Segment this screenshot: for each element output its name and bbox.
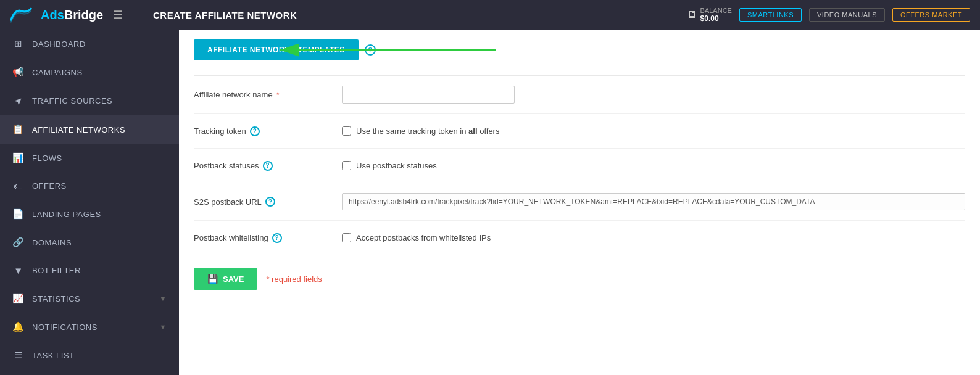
sidebar-item-affiliate-networks[interactable]: 📋 AFFILIATE NETWORKS (0, 115, 179, 144)
postback-whitelist-label: Postback whitelisting ? (194, 233, 342, 243)
sidebar-item-dashboard[interactable]: ⊞ DASHBOARD (0, 30, 179, 58)
postback-statuses-checkbox[interactable] (342, 161, 351, 170)
header-right: 🖥 BALANCE $0.00 SMARTLINKS VIDEO MANUALS… (687, 7, 970, 23)
tracking-token-help-icon[interactable]: ? (250, 126, 260, 136)
sidebar-item-traffic-sources[interactable]: ➤ TRAFFIC SOURCES (0, 86, 179, 115)
s2s-url-input[interactable] (342, 193, 965, 210)
postback-statuses-control: Use postback statuses (342, 161, 965, 170)
sidebar-label-landing-pages: LANDING PAGES (32, 210, 167, 219)
sidebar-item-offers[interactable]: 🏷 OFFERS (0, 172, 179, 200)
postback-statuses-checkbox-label[interactable]: Use postback statuses (342, 161, 437, 170)
save-row: 💾 SAVE * required fields (194, 255, 965, 296)
postback-whitelist-checkbox-label[interactable]: Accept postbacks from whitelisted IPs (342, 233, 491, 242)
page-title: CREATE AFFILIATE NETWORK (153, 10, 679, 20)
bot-filter-icon: ▼ (12, 265, 25, 276)
tracking-token-checkbox[interactable] (342, 126, 351, 136)
task-list-icon: ☰ (12, 350, 25, 361)
logo-text: AdsBridge (41, 8, 103, 22)
balance-value: $0.00 (700, 14, 732, 23)
balance-icon: 🖥 (687, 9, 697, 20)
sidebar-label-offers: OFFERS (32, 181, 167, 191)
smartlinks-button[interactable]: SMARTLINKS (739, 8, 802, 22)
statistics-arrow: ▼ (160, 295, 167, 302)
sidebar-item-notifications[interactable]: 🔔 NOTIFICATIONS ▼ (0, 313, 179, 341)
balance-label: BALANCE (700, 7, 732, 14)
layout: ⊞ DASHBOARD 📢 CAMPAIGNS ➤ TRAFFIC SOURCE… (0, 30, 980, 375)
logo-icon (10, 6, 32, 23)
sidebar-label-task-list: TASK LIST (32, 351, 167, 360)
tracking-token-text: Use the same tracking token in all offer… (356, 126, 499, 136)
hamburger-icon[interactable]: ☰ (113, 8, 123, 22)
form-row-postback-whitelist: Postback whitelisting ? Accept postbacks… (194, 221, 965, 255)
sidebar-label-statistics: STATISTICS (32, 294, 152, 303)
affiliate-networks-templates-button[interactable]: AFFILIATE NETWORKS TEMPLATES (194, 39, 359, 60)
form-row-postback-statuses: Postback statuses ? Use postback statuse… (194, 149, 965, 183)
sidebar-item-domains[interactable]: 🔗 DOMAINS (0, 228, 179, 257)
dashboard-icon: ⊞ (12, 38, 25, 49)
sidebar-label-bot-filter: BOT FILTER (32, 266, 167, 275)
sidebar-item-statistics[interactable]: 📈 STATISTICS ▼ (0, 284, 179, 313)
sidebar-item-bot-filter[interactable]: ▼ BOT FILTER (0, 257, 179, 284)
required-star: * (276, 90, 280, 99)
tracking-token-checkbox-label[interactable]: Use the same tracking token in all offer… (342, 126, 499, 136)
notifications-icon: 🔔 (12, 321, 25, 332)
content-area: AFFILIATE NETWORKS TEMPLATES ? (179, 30, 980, 375)
save-icon: 💾 (207, 274, 218, 284)
sidebar-label-traffic-sources: TRAFFIC SOURCES (32, 96, 167, 105)
sidebar-label-flows: FLOWS (32, 154, 167, 163)
sidebar-label-affiliate-networks: AFFILIATE NETWORKS (32, 125, 167, 134)
sidebar-label-dashboard: DASHBOARD (32, 39, 167, 49)
landing-pages-icon: 📄 (12, 208, 25, 220)
network-name-control (342, 86, 965, 104)
sidebar-item-flows[interactable]: 📊 FLOWS (0, 144, 179, 172)
logo-area: AdsBridge ☰ (10, 6, 146, 23)
s2s-url-help-icon[interactable]: ? (265, 197, 275, 207)
domains-icon: 🔗 (12, 237, 25, 248)
required-note: * required fields (266, 274, 322, 284)
form-row-s2s-url: S2S postback URL ? (194, 183, 965, 221)
postback-statuses-label: Postback statuses ? (194, 161, 342, 171)
tracking-token-control: Use the same tracking token in all offer… (342, 126, 965, 136)
s2s-url-label: S2S postback URL ? (194, 197, 342, 207)
main-content: AFFILIATE NETWORKS TEMPLATES ? (179, 30, 980, 375)
tracking-token-label: Tracking token ? (194, 126, 342, 136)
form-row-tracking-token: Tracking token ? Use the same tracking t… (194, 114, 965, 149)
postback-whitelist-control: Accept postbacks from whitelisted IPs (342, 233, 965, 242)
traffic-sources-icon: ➤ (10, 93, 27, 110)
form-section: Affiliate network name * Tracking token … (194, 75, 965, 255)
affiliate-networks-icon: 📋 (12, 124, 25, 135)
flows-icon: 📊 (12, 152, 25, 163)
statistics-icon: 📈 (12, 293, 25, 304)
template-btn-row: AFFILIATE NETWORKS TEMPLATES ? (194, 39, 965, 60)
top-header: AdsBridge ☰ CREATE AFFILIATE NETWORK 🖥 B… (0, 0, 980, 30)
campaigns-icon: 📢 (12, 67, 25, 78)
sidebar-label-notifications: NOTIFICATIONS (32, 323, 152, 332)
sidebar-item-landing-pages[interactable]: 📄 LANDING PAGES (0, 200, 179, 228)
sidebar-label-domains: DOMAINS (32, 238, 167, 247)
sidebar-label-campaigns: CAMPAIGNS (32, 68, 167, 77)
network-name-input[interactable] (342, 86, 515, 104)
form-row-network-name: Affiliate network name * (194, 76, 965, 114)
save-button[interactable]: 💾 SAVE (194, 268, 257, 290)
balance-area: 🖥 BALANCE $0.00 (687, 7, 732, 23)
offers-market-button[interactable]: OFFERS MARKET (892, 8, 970, 22)
sidebar: ⊞ DASHBOARD 📢 CAMPAIGNS ➤ TRAFFIC SOURCE… (0, 30, 179, 375)
offers-icon: 🏷 (12, 181, 25, 191)
network-name-label: Affiliate network name * (194, 90, 342, 99)
notifications-arrow: ▼ (160, 323, 167, 331)
postback-statuses-help-icon[interactable]: ? (263, 161, 273, 171)
postback-whitelist-checkbox[interactable] (342, 233, 351, 242)
template-help-icon[interactable]: ? (365, 44, 376, 56)
postback-whitelist-help-icon[interactable]: ? (272, 233, 282, 243)
sidebar-item-campaigns[interactable]: 📢 CAMPAIGNS (0, 58, 179, 86)
video-manuals-button[interactable]: VIDEO MANUALS (809, 8, 885, 22)
sidebar-item-task-list[interactable]: ☰ TASK LIST (0, 341, 179, 369)
s2s-url-control (342, 193, 965, 210)
